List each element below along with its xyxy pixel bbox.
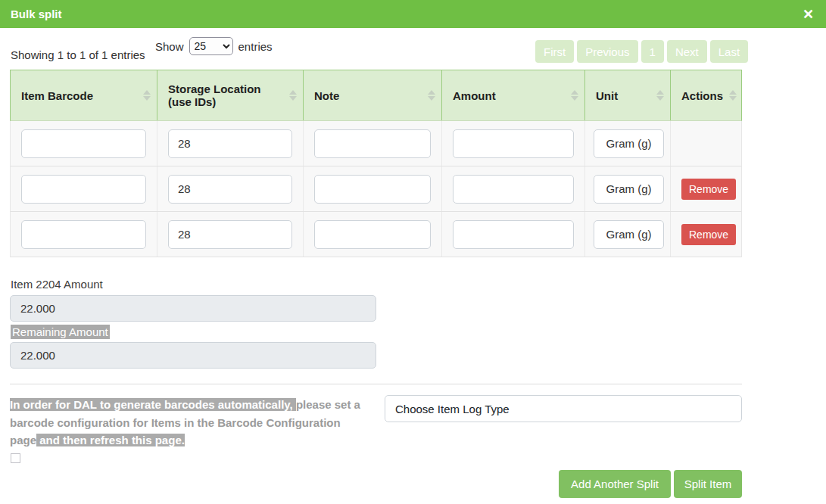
pagination-previous-button[interactable]: Previous [577,40,637,63]
column-header-storage-location[interactable]: Storage Location (use IDs) [157,70,304,120]
item-amount-label: Item 2204 Amount [11,278,103,291]
entries-label: entries [238,40,273,53]
sort-icon [571,90,578,101]
remove-button[interactable]: Remove [681,224,736,245]
modal-title: Bulk split [11,8,62,20]
unit-select[interactable]: Gram (g) [594,129,664,158]
column-header-amount[interactable]: Amount [442,70,585,120]
table-header-row: Item Barcode Storage Location (use IDs) … [10,70,742,121]
notice-checkbox[interactable] [11,453,20,463]
column-header-note[interactable]: Note [304,70,442,120]
pagination-next-button[interactable]: Next [667,40,707,63]
amount-input[interactable] [453,220,574,249]
sort-icon [729,90,737,101]
sort-icon [143,90,151,101]
unit-select[interactable]: Gram (g) [594,175,664,204]
remaining-amount-field [10,342,376,369]
item-amount-field [10,295,376,322]
pagination-first-button[interactable]: First [535,40,574,63]
sort-icon [428,90,435,101]
notice-highlight: and then refresh this page. [36,434,185,446]
column-header-unit[interactable]: Unit [585,70,671,120]
amount-input[interactable] [453,129,574,158]
table-row: Gram (g) Remove [10,166,742,212]
unit-select[interactable]: Gram (g) [594,220,664,249]
item-barcode-input[interactable] [21,220,146,249]
pagination-page-1-button[interactable]: 1 [641,40,664,63]
sort-icon [656,90,664,101]
show-label: Show [155,40,184,53]
note-input[interactable] [314,175,431,204]
modal-header: Bulk split ✕ [0,0,826,28]
sort-icon [289,90,297,101]
note-input[interactable] [314,220,431,249]
pagination-last-button[interactable]: Last [710,40,748,63]
split-item-button[interactable]: Split Item [674,470,742,498]
item-barcode-input[interactable] [21,175,146,204]
page-length-select[interactable]: 25 [189,37,233,55]
item-barcode-input[interactable] [21,129,146,158]
storage-location-input[interactable] [168,129,292,158]
column-header-item-barcode[interactable]: Item Barcode [11,70,157,120]
notice-highlight: In order for DAL to generate barcodes au… [10,398,296,411]
add-another-split-button[interactable]: Add Another Split [559,470,671,498]
remove-button[interactable]: Remove [681,179,736,200]
table-info: Showing 1 to 1 of 1 entries [11,48,145,61]
storage-location-input[interactable] [168,175,292,204]
storage-location-input[interactable] [168,220,292,249]
close-icon[interactable]: ✕ [803,8,814,21]
note-input[interactable] [314,129,431,158]
amount-input[interactable] [453,175,574,204]
actions-cell-empty [671,121,743,166]
section-divider [10,384,742,384]
barcode-config-notice: In order for DAL to generate barcodes au… [10,396,369,450]
item-log-type-input[interactable] [385,395,742,422]
table-row: Gram (g) [10,121,742,166]
column-header-actions[interactable]: Actions [671,70,743,120]
split-table: Item Barcode Storage Location (use IDs) … [10,70,742,257]
remaining-amount-label: Remaining Amount [11,325,110,339]
bulk-split-modal: Bulk split ✕ Show 25 entries Showing 1 t… [0,0,826,504]
page-length-control: Show 25 entries [155,37,273,55]
table-row: Gram (g) Remove [10,212,742,257]
pagination: First Previous 1 Next Last [535,40,748,63]
